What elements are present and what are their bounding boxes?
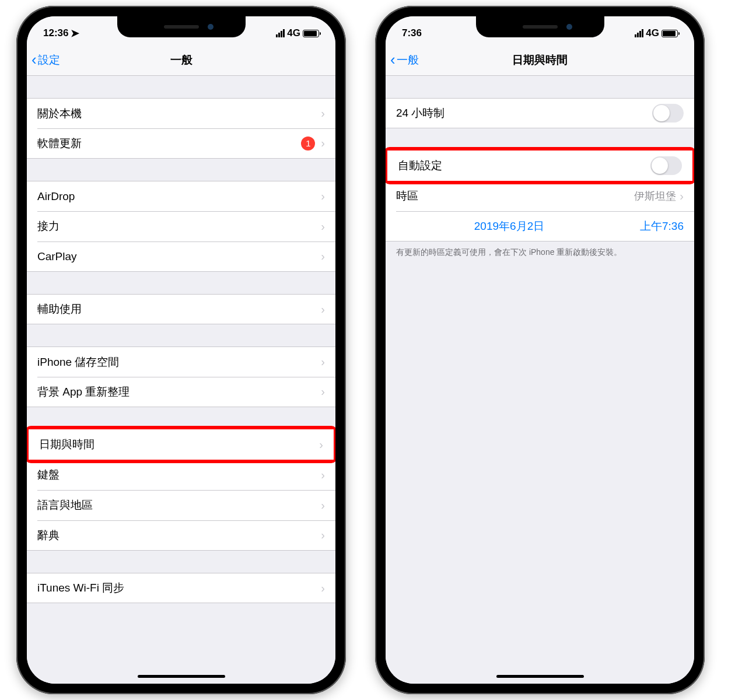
- status-time: 12:36: [43, 27, 68, 39]
- cell-label: 軟體更新: [37, 136, 301, 151]
- cell-storage[interactable]: iPhone 儲存空間 ›: [27, 346, 335, 377]
- cell-label: 24 小時制: [396, 106, 652, 121]
- screen-left: 12:36 ➤ 4G ‹ 設定 一般 關於本機 ›: [27, 16, 335, 684]
- chevron-right-icon: ›: [321, 190, 325, 203]
- cell-keyboard[interactable]: 鍵盤 ›: [27, 460, 335, 490]
- chevron-right-icon: ›: [321, 468, 325, 482]
- battery-icon: [662, 30, 678, 37]
- cell-24h[interactable]: 24 小時制: [386, 98, 694, 128]
- cell-auto[interactable]: 自動設定: [387, 150, 692, 181]
- chevron-right-icon: ›: [321, 107, 325, 120]
- toggle-auto[interactable]: [650, 156, 682, 175]
- chevron-right-icon: ›: [319, 438, 323, 452]
- cell-accessibility[interactable]: 輔助使用 ›: [27, 294, 335, 324]
- chevron-right-icon: ›: [321, 220, 325, 233]
- chevron-left-icon: ‹: [32, 51, 37, 69]
- back-label: 一般: [397, 52, 419, 68]
- toggle-24h[interactable]: [652, 104, 684, 123]
- cell-label: 關於本機: [37, 106, 321, 121]
- nav-bar: ‹ 一般 日期與時間: [386, 44, 694, 76]
- status-time: 7:36: [402, 27, 422, 39]
- battery-icon: [303, 30, 319, 37]
- cell-label: 輔助使用: [37, 302, 321, 317]
- chevron-left-icon: ‹: [390, 51, 396, 69]
- highlight-date-time: 日期與時間 ›: [27, 426, 335, 463]
- content[interactable]: 24 小時制 自動設定 時區 伊斯坦堡 › 2019年6月2日: [386, 76, 694, 684]
- network-label: 4G: [287, 27, 300, 39]
- group-connectivity: AirDrop › 接力 › CarPlay ›: [27, 181, 335, 272]
- chevron-right-icon: ›: [321, 136, 325, 150]
- cell-dictionary[interactable]: 辭典 ›: [27, 520, 335, 551]
- time-value: 上午7:36: [622, 219, 684, 234]
- chevron-right-icon: ›: [321, 250, 325, 263]
- group-itunes: iTunes Wi-Fi 同步 ›: [27, 573, 335, 603]
- chevron-right-icon: ›: [321, 303, 325, 316]
- back-button[interactable]: ‹ 設定: [32, 51, 60, 69]
- group-about: 關於本機 › 軟體更新 1 ›: [27, 98, 335, 159]
- cell-label: AirDrop: [37, 190, 321, 203]
- group-24h: 24 小時制: [386, 98, 694, 128]
- page-title: 日期與時間: [386, 52, 694, 68]
- group-storage: iPhone 儲存空間 › 背景 App 重新整理 ›: [27, 346, 335, 407]
- group-auto: 自動設定 時區 伊斯坦堡 › 2019年6月2日 上午7:36: [386, 147, 694, 242]
- cell-carplay[interactable]: CarPlay ›: [27, 242, 335, 272]
- chevron-right-icon: ›: [321, 528, 325, 542]
- content[interactable]: 關於本機 › 軟體更新 1 › AirDrop › 接力 ›: [27, 76, 335, 684]
- update-badge: 1: [301, 136, 315, 150]
- cell-about[interactable]: 關於本機 ›: [27, 98, 335, 128]
- chevron-right-icon: ›: [321, 499, 325, 512]
- cell-handoff[interactable]: 接力 ›: [27, 211, 335, 242]
- cell-label: 辭典: [37, 528, 321, 543]
- cell-airdrop[interactable]: AirDrop ›: [27, 181, 335, 211]
- location-icon: ➤: [71, 27, 79, 40]
- chevron-right-icon: ›: [321, 385, 325, 398]
- cell-label: iTunes Wi-Fi 同步: [37, 580, 321, 596]
- chevron-right-icon: ›: [321, 355, 325, 369]
- date-value: 2019年6月2日: [396, 219, 622, 234]
- home-indicator[interactable]: [138, 675, 225, 678]
- notch: [117, 16, 246, 37]
- phone-left: 12:36 ➤ 4G ‹ 設定 一般 關於本機 ›: [16, 6, 346, 694]
- notch: [476, 16, 604, 37]
- cell-label: 自動設定: [398, 158, 650, 173]
- cell-value: 伊斯坦堡: [634, 189, 676, 203]
- cell-label: 時區: [396, 188, 634, 204]
- cell-label: iPhone 儲存空間: [37, 355, 321, 370]
- phone-right: 7:36 4G ‹ 一般 日期與時間 24 小時制: [375, 6, 705, 694]
- back-label: 設定: [38, 52, 60, 68]
- back-button[interactable]: ‹ 一般: [390, 51, 419, 69]
- cell-software-update[interactable]: 軟體更新 1 ›: [27, 128, 335, 159]
- cell-label: CarPlay: [37, 250, 321, 263]
- page-title: 一般: [27, 52, 335, 68]
- cell-bg-refresh[interactable]: 背景 App 重新整理 ›: [27, 377, 335, 407]
- cell-date-time[interactable]: 日期與時間 ›: [29, 429, 334, 460]
- signal-icon: [635, 29, 643, 37]
- cell-itunes-wifi[interactable]: iTunes Wi-Fi 同步 ›: [27, 573, 335, 603]
- network-label: 4G: [646, 27, 659, 39]
- group-accessibility: 輔助使用 ›: [27, 294, 335, 324]
- nav-bar: ‹ 設定 一般: [27, 44, 335, 76]
- chevron-right-icon: ›: [680, 190, 684, 203]
- cell-label: 接力: [37, 219, 321, 234]
- home-indicator[interactable]: [496, 675, 584, 678]
- cell-label: 日期與時間: [39, 437, 319, 452]
- group-system: 日期與時間 › 鍵盤 › 語言與地區 › 辭典 ›: [27, 426, 335, 551]
- cell-datetime[interactable]: 2019年6月2日 上午7:36: [386, 211, 694, 242]
- highlight-auto: 自動設定: [386, 147, 694, 184]
- chevron-right-icon: ›: [321, 582, 325, 595]
- cell-label: 語言與地區: [37, 498, 321, 513]
- footer-note: 有更新的時區定義可使用，會在下次 iPhone 重新啟動後安裝。: [386, 242, 694, 264]
- screen-right: 7:36 4G ‹ 一般 日期與時間 24 小時制: [386, 16, 694, 684]
- cell-timezone[interactable]: 時區 伊斯坦堡 ›: [386, 181, 694, 211]
- signal-icon: [276, 29, 285, 37]
- cell-language-region[interactable]: 語言與地區 ›: [27, 490, 335, 520]
- cell-label: 背景 App 重新整理: [37, 384, 321, 400]
- cell-label: 鍵盤: [37, 467, 321, 482]
